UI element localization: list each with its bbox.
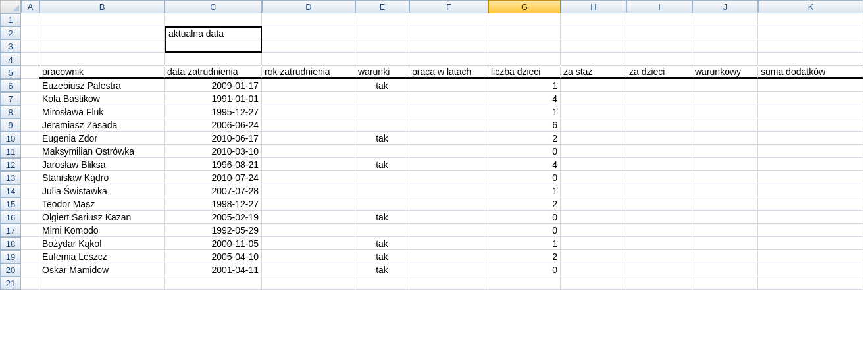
cell-F11[interactable] [409, 145, 488, 158]
row-header-9[interactable]: 9 [0, 118, 21, 132]
cell-H21[interactable] [561, 276, 626, 290]
cell-D1[interactable] [262, 13, 355, 26]
cell-F2[interactable] [409, 26, 488, 39]
cell-J18[interactable] [692, 237, 758, 250]
row-header-5[interactable]: 5 [0, 66, 21, 79]
select-all-corner[interactable] [0, 0, 21, 13]
cell-C18[interactable]: 2000-11-05 [165, 237, 262, 250]
row-header-7[interactable]: 7 [0, 92, 21, 105]
cell-E12[interactable]: tak [355, 158, 409, 171]
cell-I9[interactable] [626, 118, 692, 132]
cell-G15[interactable]: 2 [488, 197, 561, 211]
cell-B15[interactable]: Teodor Masz [39, 197, 165, 211]
cell-K19[interactable] [758, 250, 863, 263]
cell-K2[interactable] [758, 26, 863, 39]
cell-G7[interactable]: 4 [488, 92, 561, 105]
cell-C13[interactable]: 2010-07-24 [165, 171, 262, 184]
cell-G13[interactable]: 0 [488, 171, 561, 184]
cell-I8[interactable] [626, 105, 692, 118]
cell-D2[interactable] [262, 26, 355, 39]
cell-C12[interactable]: 1996-08-21 [165, 158, 262, 171]
row-header-12[interactable]: 12 [0, 158, 21, 171]
cell-D18[interactable] [262, 237, 355, 250]
cell-K12[interactable] [758, 158, 863, 171]
cell-B16[interactable]: Olgiert Sariusz Kazan [39, 211, 165, 224]
cell-H14[interactable] [561, 184, 626, 197]
cell-K6[interactable] [758, 79, 863, 92]
cell-J1[interactable] [692, 13, 758, 26]
row-header-10[interactable]: 10 [0, 132, 21, 145]
col-header-F[interactable]: F [409, 0, 488, 13]
cell-C4[interactable] [165, 53, 262, 66]
cell-F9[interactable] [409, 118, 488, 132]
cell-I5[interactable]: za dzieci [626, 66, 692, 79]
cell-E19[interactable]: tak [355, 250, 409, 263]
cell-C8[interactable]: 1995-12-27 [165, 105, 262, 118]
cell-H3[interactable] [561, 39, 626, 53]
cell-E17[interactable] [355, 224, 409, 237]
col-header-J[interactable]: J [692, 0, 758, 13]
cell-H11[interactable] [561, 145, 626, 158]
cell-K13[interactable] [758, 171, 863, 184]
cell-E15[interactable] [355, 197, 409, 211]
cell-G3[interactable] [488, 39, 561, 53]
row-header-19[interactable]: 19 [0, 250, 21, 263]
row-header-11[interactable]: 11 [0, 145, 21, 158]
cell-B7[interactable]: Kola Bastikow [39, 92, 165, 105]
row-header-16[interactable]: 16 [0, 211, 21, 224]
cell-C6[interactable]: 2009-01-17 [165, 79, 262, 92]
row-header-13[interactable]: 13 [0, 171, 21, 184]
cell-G2[interactable] [488, 26, 561, 39]
cell-B5[interactable]: pracownik [39, 66, 165, 79]
cell-C14[interactable]: 2007-07-28 [165, 184, 262, 197]
cell-D20[interactable] [262, 263, 355, 276]
cell-I15[interactable] [626, 197, 692, 211]
col-header-C[interactable]: C [165, 0, 262, 13]
cell-B13[interactable]: Stanisław Kądro [39, 171, 165, 184]
cell-B4[interactable] [39, 53, 165, 66]
cell-J16[interactable] [692, 211, 758, 224]
cell-E11[interactable] [355, 145, 409, 158]
cell-A2[interactable] [21, 26, 39, 39]
cell-E20[interactable]: tak [355, 263, 409, 276]
cell-F21[interactable] [409, 276, 488, 290]
cell-F8[interactable] [409, 105, 488, 118]
cell-B8[interactable]: Mirosława Fluk [39, 105, 165, 118]
row-header-3[interactable]: 3 [0, 39, 21, 53]
cell-K17[interactable] [758, 224, 863, 237]
cell-G6[interactable]: 1 [488, 79, 561, 92]
cell-G19[interactable]: 2 [488, 250, 561, 263]
cell-E7[interactable] [355, 92, 409, 105]
cell-B12[interactable]: Jarosław Bliksa [39, 158, 165, 171]
row-header-14[interactable]: 14 [0, 184, 21, 197]
cell-G16[interactable]: 0 [488, 211, 561, 224]
cell-J12[interactable] [692, 158, 758, 171]
cell-A6[interactable] [21, 79, 39, 92]
cell-A17[interactable] [21, 224, 39, 237]
cell-D11[interactable] [262, 145, 355, 158]
cell-H8[interactable] [561, 105, 626, 118]
row-header-1[interactable]: 1 [0, 13, 21, 26]
cell-F4[interactable] [409, 53, 488, 66]
cell-A16[interactable] [21, 211, 39, 224]
cell-K5[interactable]: suma dodatków [758, 66, 863, 79]
cell-G11[interactable]: 0 [488, 145, 561, 158]
cell-K21[interactable] [758, 276, 863, 290]
cell-F6[interactable] [409, 79, 488, 92]
cell-C10[interactable]: 2010-06-17 [165, 132, 262, 145]
cell-I4[interactable] [626, 53, 692, 66]
cell-B10[interactable]: Eugenia Zdor [39, 132, 165, 145]
cell-K10[interactable] [758, 132, 863, 145]
cell-I6[interactable] [626, 79, 692, 92]
cell-A9[interactable] [21, 118, 39, 132]
cell-C5[interactable]: data zatrudnienia [165, 66, 262, 79]
row-header-20[interactable]: 20 [0, 263, 21, 276]
cell-J21[interactable] [692, 276, 758, 290]
cell-E8[interactable] [355, 105, 409, 118]
cell-D21[interactable] [262, 276, 355, 290]
cell-C16[interactable]: 2005-02-19 [165, 211, 262, 224]
cell-J8[interactable] [692, 105, 758, 118]
cell-D15[interactable] [262, 197, 355, 211]
cell-F7[interactable] [409, 92, 488, 105]
cell-I21[interactable] [626, 276, 692, 290]
